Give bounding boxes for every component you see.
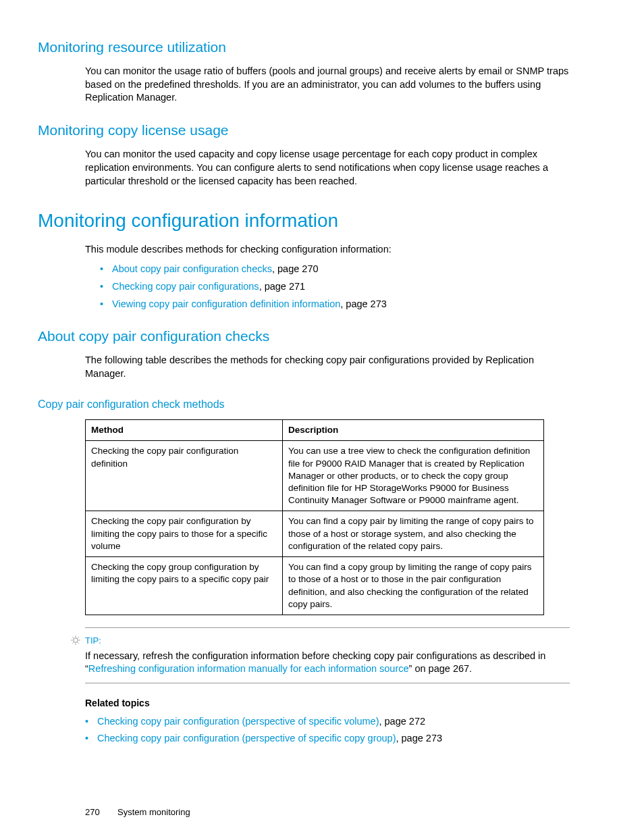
page-footer: 270 System monitoring bbox=[85, 806, 570, 818]
heading-about-checks: About copy pair configuration checks bbox=[38, 327, 570, 346]
cell-description: You can use a tree view to check the con… bbox=[283, 441, 544, 511]
body-config-information: This module describes methods for checki… bbox=[85, 243, 570, 311]
svg-line-7 bbox=[72, 642, 73, 643]
footer-section-label: System monitoring bbox=[117, 806, 190, 818]
tip-label: TIP: bbox=[85, 635, 570, 647]
svg-line-6 bbox=[78, 642, 78, 643]
cell-method: Checking the copy pair configuration by … bbox=[86, 511, 283, 557]
page-number: 270 bbox=[85, 806, 103, 818]
tip-text: If necessary, refresh the configuration … bbox=[85, 650, 570, 676]
tip-block: TIP: If necessary, refresh the configura… bbox=[85, 627, 570, 683]
list-item: Viewing copy pair configuration definiti… bbox=[100, 298, 570, 311]
cell-description: You can find a copy group by limiting th… bbox=[283, 557, 544, 615]
table-header-row: Method Description bbox=[86, 420, 544, 441]
cell-method: Checking the copy group configuration by… bbox=[86, 557, 283, 615]
list-item: Checking copy pair configuration (perspe… bbox=[85, 715, 570, 729]
page-ref: , page 273 bbox=[396, 733, 442, 744]
th-method: Method bbox=[86, 420, 283, 441]
related-topics-heading: Related topics bbox=[85, 697, 570, 710]
page-ref: , page 272 bbox=[379, 716, 425, 727]
link-list: About copy pair configuration checks, pa… bbox=[100, 263, 570, 311]
related-topics-list: Checking copy pair configuration (perspe… bbox=[85, 715, 570, 746]
list-item: About copy pair configuration checks, pa… bbox=[100, 263, 570, 276]
page-ref: , page 273 bbox=[340, 298, 387, 309]
paragraph: You can monitor the usage ratio of buffe… bbox=[85, 65, 570, 105]
svg-line-8 bbox=[78, 637, 78, 637]
cross-reference-link[interactable]: Checking copy pair configuration (perspe… bbox=[97, 716, 379, 727]
page: Monitoring resource utilization You can … bbox=[0, 0, 644, 818]
page-ref: , page 271 bbox=[259, 281, 306, 292]
heading-check-methods: Copy pair configuration check methods bbox=[38, 397, 570, 412]
cross-reference-link[interactable]: About copy pair configuration checks bbox=[112, 263, 272, 274]
page-ref: , page 270 bbox=[272, 263, 319, 274]
table-row: Checking the copy group configuration by… bbox=[86, 557, 544, 615]
body-resource-utilization: You can monitor the usage ratio of buffe… bbox=[85, 65, 570, 105]
cross-reference-link[interactable]: Refreshing configuration information man… bbox=[88, 663, 409, 674]
tip-post: ” on page 267. bbox=[409, 663, 473, 674]
paragraph: This module describes methods for checki… bbox=[85, 243, 570, 257]
svg-point-0 bbox=[74, 638, 78, 643]
cross-reference-link[interactable]: Checking copy pair configuration (perspe… bbox=[97, 733, 396, 744]
paragraph: You can monitor the used capacity and co… bbox=[85, 148, 570, 188]
methods-table: Method Description Checking the copy pai… bbox=[85, 419, 544, 615]
paragraph: The following table describes the method… bbox=[85, 354, 570, 380]
table-row: Checking the copy pair configuration by … bbox=[86, 511, 544, 557]
svg-line-5 bbox=[72, 637, 73, 637]
cross-reference-link[interactable]: Viewing copy pair configuration definiti… bbox=[112, 298, 340, 309]
heading-config-information: Monitoring configuration information bbox=[38, 208, 570, 234]
table-row: Checking the copy pair configuration def… bbox=[86, 441, 544, 511]
body-about-checks: The following table describes the method… bbox=[85, 354, 570, 380]
list-item: Checking copy pair configurations, page … bbox=[100, 280, 570, 294]
body-license-usage: You can monitor the used capacity and co… bbox=[85, 148, 570, 188]
list-item: Checking copy pair configuration (perspe… bbox=[85, 732, 570, 746]
cell-method: Checking the copy pair configuration def… bbox=[86, 441, 283, 511]
cross-reference-link[interactable]: Checking copy pair configurations bbox=[112, 281, 259, 292]
th-description: Description bbox=[283, 420, 544, 441]
heading-license-usage: Monitoring copy license usage bbox=[38, 121, 570, 140]
heading-resource-utilization: Monitoring resource utilization bbox=[38, 38, 570, 57]
cell-description: You can find a copy pair by limiting the… bbox=[283, 511, 544, 557]
lightbulb-icon bbox=[70, 635, 81, 646]
